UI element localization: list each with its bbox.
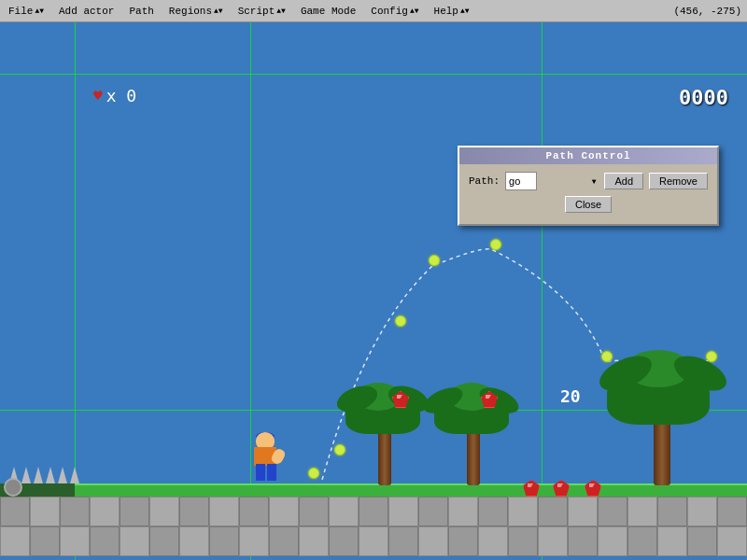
stone-block [388, 497, 418, 526]
stone-block [90, 526, 120, 556]
character [247, 432, 284, 483]
trunk-2 [467, 429, 480, 485]
path-dot-7[interactable] [601, 351, 613, 362]
stone-block [508, 526, 538, 556]
score-display: 0000 [679, 86, 728, 109]
stone-block [239, 497, 269, 526]
stone-block [359, 497, 388, 526]
remove-button[interactable]: Remove [649, 173, 708, 189]
score-20: 20 [560, 386, 581, 406]
stone-block [0, 497, 30, 526]
stone-block [329, 497, 359, 526]
spike-4 [46, 467, 55, 483]
dialog-title: Path Control [545, 150, 630, 161]
coordinates: (456, -275) [673, 6, 741, 17]
trunk-3 [654, 415, 670, 485]
dialog-titlebar: Path Control [459, 147, 717, 164]
stone-block [179, 497, 209, 526]
path-dot-6[interactable] [490, 239, 501, 250]
stone-block [598, 526, 627, 556]
path-menu[interactable]: Path [122, 3, 160, 20]
menubar: File ▲▼ Add actor Path Regions ▲▼ Script… [0, 0, 747, 22]
game-canvas: 0000 ♥ x 0 20 [0, 22, 747, 560]
spike-5 [58, 467, 67, 483]
char-leg-left [256, 464, 265, 481]
stone-block [0, 526, 30, 556]
spike-3 [34, 467, 43, 483]
stone-block [179, 526, 209, 556]
stone-block [120, 497, 149, 526]
path-dot-4[interactable] [395, 315, 406, 327]
stone-block [657, 497, 687, 526]
path-select[interactable]: go [505, 172, 537, 190]
stone-block [568, 497, 598, 526]
stone-block [239, 526, 269, 556]
stone-block [149, 526, 179, 556]
stone-block [657, 526, 687, 556]
stone-block [60, 526, 90, 556]
path-dot-5[interactable] [429, 255, 440, 266]
stone-block [418, 497, 448, 526]
stone-block [269, 526, 299, 556]
palm-tree-1 [378, 429, 391, 485]
grid-line-v3 [542, 22, 543, 560]
path-dot-2[interactable] [334, 444, 345, 455]
stone-block [478, 497, 508, 526]
gem-tree-1 [392, 391, 411, 410]
path-dialog: Path Control Path: go Add Remove Close [458, 146, 719, 226]
spike-2 [21, 467, 31, 483]
stone-block [568, 526, 598, 556]
stone-block [149, 497, 179, 526]
config-menu[interactable]: Config ▲▼ [364, 3, 425, 20]
path-dot-1[interactable] [308, 468, 319, 479]
stone-block [478, 526, 508, 556]
gem-tree-2 [481, 391, 500, 410]
stone-block [418, 526, 448, 556]
add-actor-menu[interactable]: Add actor [52, 3, 120, 20]
path-label: Path: [469, 175, 500, 187]
stone-block [627, 497, 657, 526]
stone-block [269, 497, 299, 526]
stone-block [120, 526, 149, 556]
stone-block [627, 526, 657, 556]
stone-block [717, 497, 747, 526]
help-menu[interactable]: Help ▲▼ [428, 3, 476, 20]
stone-block [30, 526, 60, 556]
stone-block [598, 497, 627, 526]
stone-block [60, 497, 90, 526]
add-button[interactable]: Add [604, 173, 643, 189]
stone-block [388, 526, 418, 556]
regions-menu[interactable]: Regions ▲▼ [162, 3, 230, 20]
trunk-1 [378, 429, 391, 485]
lives-count: x 0 [106, 86, 137, 105]
stone-block [90, 497, 120, 526]
stone-block [359, 526, 388, 556]
stone-block [30, 497, 60, 526]
grid-line-h1 [0, 74, 747, 75]
palm-tree-3 [654, 415, 670, 485]
stone-block [299, 526, 329, 556]
path-select-wrapper: go [505, 172, 599, 190]
close-row: Close [469, 196, 708, 213]
script-menu[interactable]: Script ▲▼ [232, 3, 292, 20]
stone-block [209, 497, 239, 526]
palm-tree-2 [467, 429, 480, 485]
dialog-body: Path: go Add Remove Close [459, 164, 717, 224]
stone-block [209, 526, 239, 556]
char-leg-right [267, 464, 276, 481]
stone-block [687, 526, 717, 556]
stone-block [329, 526, 359, 556]
stone-block [448, 526, 478, 556]
lives-display: ♥ x 0 [93, 86, 136, 105]
file-menu[interactable]: File ▲▼ [2, 3, 50, 20]
path-row: Path: go Add Remove [469, 172, 708, 190]
game-mode-menu[interactable]: Game Mode [294, 3, 362, 20]
stone-blocks [0, 495, 747, 560]
stone-block [448, 497, 478, 526]
close-button[interactable]: Close [565, 196, 612, 213]
stone-block [687, 497, 717, 526]
spike-6 [70, 467, 79, 483]
stone-block [538, 526, 568, 556]
stone-block [299, 497, 329, 526]
bottom-actor [4, 478, 22, 497]
